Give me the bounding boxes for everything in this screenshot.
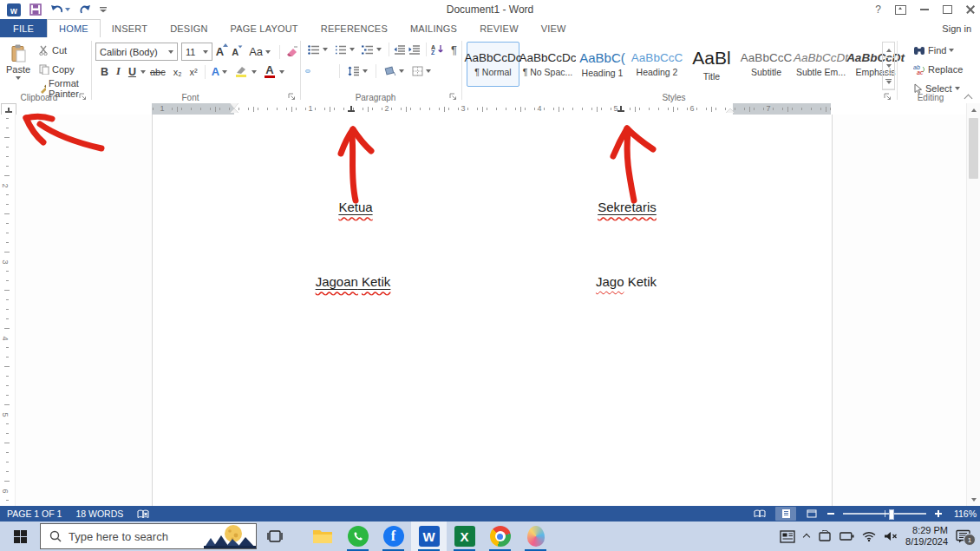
styles-scroll-down[interactable] <box>883 58 894 74</box>
grow-font-button[interactable]: A <box>216 45 228 58</box>
align-left-button[interactable] <box>305 69 310 73</box>
change-case-button[interactable]: Aa <box>246 44 273 59</box>
undo-button[interactable] <box>50 4 70 16</box>
tab-references[interactable]: REFERENCES <box>310 19 399 37</box>
align-right-button[interactable] <box>321 69 326 73</box>
help-button[interactable]: ? <box>875 3 881 16</box>
shrink-font-button[interactable]: A <box>232 47 243 57</box>
style-subtitle[interactable]: AaBbCcC Subtitle <box>740 42 793 87</box>
hanging-indent-marker[interactable] <box>230 108 238 113</box>
vertical-scrollbar[interactable] <box>966 103 980 506</box>
highlight-button[interactable] <box>231 65 259 78</box>
paragraph-dialog-launcher[interactable] <box>449 93 457 101</box>
style-title[interactable]: AaBl Title <box>685 42 738 87</box>
scroll-down-button[interactable] <box>967 493 980 506</box>
battery-icon[interactable] <box>840 532 854 541</box>
scroll-up-button[interactable] <box>967 103 980 116</box>
shading-button[interactable] <box>382 65 407 77</box>
tab-file[interactable]: FILE <box>0 19 47 37</box>
search-highlight-image[interactable] <box>204 524 256 548</box>
text-effects-button[interactable]: A <box>209 64 230 79</box>
taskbar-facebook[interactable]: f <box>376 521 411 551</box>
tablet-mode-icon[interactable] <box>818 530 832 542</box>
print-layout-button[interactable] <box>775 507 796 521</box>
show-hidden-icons-button[interactable] <box>803 533 810 540</box>
clear-formatting-button[interactable] <box>286 46 299 57</box>
zoom-out-button[interactable] <box>827 513 834 515</box>
sign-in-link[interactable]: Sign in <box>942 19 971 37</box>
underline-dropdown-icon[interactable] <box>140 70 146 74</box>
styles-more-button[interactable] <box>883 74 894 89</box>
zoom-slider[interactable] <box>843 513 926 515</box>
tab-insert[interactable]: INSERT <box>101 19 159 37</box>
tab-stop-marker-2[interactable] <box>617 106 624 112</box>
volume-muted-icon[interactable] <box>884 531 898 541</box>
copy-button[interactable]: Copy <box>36 61 90 77</box>
zoom-slider-handle[interactable] <box>889 509 894 520</box>
style-heading1[interactable]: AaBbC( Heading 1 <box>576 42 629 87</box>
taskbar-paint3d[interactable] <box>518 521 553 551</box>
doc-text-jago-ketik[interactable]: Jago Ketik <box>596 274 657 289</box>
underline-button[interactable]: U <box>125 65 140 79</box>
italic-button[interactable]: I <box>113 64 124 79</box>
sort-button[interactable]: AZ <box>431 43 447 56</box>
taskbar-file-explorer[interactable] <box>304 521 340 551</box>
document-page[interactable]: Ketua Sekretaris Jagoan Ketik Jago Ketik <box>152 115 833 506</box>
undo-dropdown-icon[interactable] <box>65 8 70 11</box>
start-button[interactable] <box>0 521 40 551</box>
increase-indent-button[interactable] <box>408 43 421 56</box>
find-button[interactable]: Find <box>911 43 965 58</box>
cut-button[interactable]: Cut <box>36 42 90 58</box>
font-dialog-launcher[interactable] <box>288 93 296 101</box>
word-count-indicator[interactable]: 18 WORDS <box>75 508 123 519</box>
web-layout-button[interactable] <box>801 507 822 521</box>
close-button[interactable] <box>966 5 975 14</box>
save-button[interactable] <box>29 3 42 16</box>
taskbar-excel[interactable]: X <box>447 521 482 551</box>
doc-text-ketua[interactable]: Ketua <box>338 200 372 214</box>
bold-button[interactable]: B <box>97 65 112 79</box>
collapse-ribbon-button[interactable] <box>965 94 973 99</box>
wifi-icon[interactable] <box>862 531 876 541</box>
task-view-button[interactable] <box>257 521 292 551</box>
bullets-button[interactable] <box>305 44 330 56</box>
zoom-in-button[interactable] <box>935 510 942 517</box>
zoom-level[interactable]: 116% <box>947 508 977 519</box>
strikethrough-button[interactable]: abc <box>147 66 169 78</box>
style-subtle-emphasis[interactable]: AaBbCcDt Subtle Em... <box>794 42 847 87</box>
styles-scroll-up[interactable] <box>883 43 894 58</box>
proofing-errors-icon[interactable] <box>137 509 149 519</box>
taskbar-chrome[interactable] <box>482 521 518 551</box>
scrollbar-thumb[interactable] <box>969 118 978 179</box>
taskbar-word[interactable]: W <box>411 521 447 551</box>
horizontal-ruler[interactable]: 1 1 2 3 4 5 6 7 <box>152 103 831 115</box>
line-spacing-button[interactable] <box>345 65 370 77</box>
tab-home[interactable]: HOME <box>47 19 101 37</box>
font-name-select[interactable]: Calibri (Body) <box>95 43 178 61</box>
multilevel-list-button[interactable] <box>359 44 384 56</box>
customize-qat-button[interactable] <box>100 6 107 14</box>
read-mode-button[interactable] <box>749 507 770 521</box>
ribbon-display-options-button[interactable] <box>895 5 906 15</box>
subscript-button[interactable]: x₂ <box>170 66 186 78</box>
superscript-button[interactable]: x² <box>186 66 200 78</box>
borders-button[interactable] <box>409 65 434 77</box>
tab-view[interactable]: VIEW <box>530 19 578 37</box>
page-count-indicator[interactable]: PAGE 1 OF 1 <box>7 508 62 519</box>
news-widget-button[interactable] <box>780 530 795 543</box>
style-normal[interactable]: AaBbCcDc ¶ Normal <box>467 42 519 87</box>
font-size-select[interactable]: 11 <box>181 43 212 61</box>
right-indent-marker[interactable] <box>726 108 735 113</box>
tab-design[interactable]: DESIGN <box>159 19 219 37</box>
tab-review[interactable]: REVIEW <box>468 19 530 37</box>
align-center-button[interactable] <box>313 69 318 73</box>
tab-page-layout[interactable]: PAGE LAYOUT <box>219 19 310 37</box>
style-heading2[interactable]: AaBbCcC Heading 2 <box>630 42 683 87</box>
action-center-button[interactable]: 1 <box>956 529 971 543</box>
taskbar-search[interactable]: Type here to search <box>40 523 257 549</box>
paste-dropdown-icon[interactable] <box>16 76 21 80</box>
align-justify-button[interactable] <box>329 69 334 73</box>
decrease-indent-button[interactable] <box>394 43 407 56</box>
clipboard-dialog-launcher[interactable] <box>79 93 87 101</box>
doc-text-jagoan-ketik[interactable]: Jagoan Ketik <box>316 274 391 289</box>
